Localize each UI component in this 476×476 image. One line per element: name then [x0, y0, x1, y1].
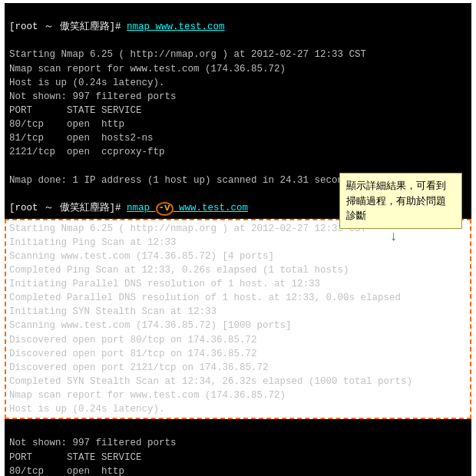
prompt-1: [root ～ 傲笑紅塵路]# — [9, 21, 127, 32]
prompt-2: [root ～ 傲笑紅塵路]# — [9, 203, 127, 213]
verbose-flag: -v — [156, 202, 174, 216]
nmap-output-line3: Host is up (0.24s latency). — [9, 78, 165, 88]
screenshot-container: [root ～ 傲笑紅塵路]# nmap www.test.com Starti… — [0, 0, 476, 476]
cmd-2: nmap -v www.test.com — [127, 203, 248, 213]
nmap-output-line4: Not shown: 997 filtered ports — [9, 91, 177, 102]
port-2121: 2121/tcp open ccproxy-ftp — [9, 147, 165, 157]
tooltip-text: 顯示詳細結果，可看到掃瞄過程，有助於問題診斷 — [346, 180, 446, 221]
port-80: 80/tcp open http — [9, 119, 124, 130]
port-header: PORT STATE SERVICE — [9, 105, 142, 116]
nmap-done-1: Nmap done: 1 IP address (1 host up) scan… — [9, 175, 355, 186]
port-81: 81/tcp open hosts2-ns — [9, 133, 154, 144]
tooltip-box: 顯示詳細結果，可看到掃瞄過程，有助於問題診斷 — [339, 173, 462, 229]
terminal-after-verbose: Not shown: 997 filtered ports PORT STATE… — [5, 419, 471, 476]
nmap-output-line2: Nmap scan report for www.test.com (174.3… — [9, 64, 286, 74]
cmd-1: nmap www.test.com — [127, 21, 225, 32]
nmap-output-line1: Starting Nmap 6.25 ( http://nmap.org ) a… — [9, 49, 366, 60]
tooltip-arrow: ↓ — [389, 229, 398, 244]
verbose-output-box: Starting Nmap 6.25 ( http://nmap.org ) a… — [5, 219, 471, 420]
